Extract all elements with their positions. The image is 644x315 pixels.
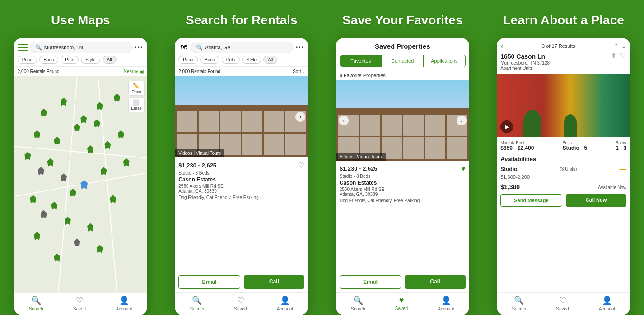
filter-style[interactable]: Style [242,56,261,64]
nav-saved[interactable]: ♥ Saved [395,296,408,311]
map-pin[interactable] [80,115,87,123]
saved-nav-icon: ♥ [399,296,404,305]
panel1-search-bar[interactable]: 🔍 Murfreesboro, TN [30,42,132,53]
map-pin[interactable] [114,93,120,102]
panel2-search-bar[interactable]: 🔍 Atlanta, GA [191,42,293,53]
erase-button[interactable]: ⬜ Erase [128,97,145,112]
property-actions: ⬆ ♡ [611,51,625,60]
sort-button[interactable]: Sort ↕ [293,69,304,74]
email-button-3[interactable]: Email [340,275,401,289]
heart-icon[interactable]: ♡ [619,51,625,60]
more-options-icon[interactable]: ··· [296,43,304,51]
panel1-topbar: 🔍 Murfreesboro, TN ··· [18,42,144,53]
listing-card-3: Videos | Virtual Tours ‹ › $1,230 - 2,62… [336,80,469,292]
map-pin[interactable] [61,98,67,106]
call-button[interactable]: Call [244,275,305,289]
map-pin[interactable] [104,141,111,149]
listing-city: Atlanta, GA, 30339 [178,189,304,194]
map-pin[interactable] [34,130,40,138]
next-image-arrow[interactable]: › [295,112,305,122]
map-pin[interactable] [97,102,103,110]
email-button[interactable]: Email [178,275,240,289]
hamburger-icon[interactable] [18,43,28,51]
panel2-results-count: 2,000 Rentals Found [178,69,220,74]
map-pin[interactable] [54,254,60,262]
map-pin[interactable] [30,195,36,203]
save-heart-icon-3[interactable]: ♥ [461,165,466,173]
map-pin-gray[interactable] [74,238,80,246]
play-button[interactable]: ▶ [500,120,513,133]
map-pin[interactable] [110,195,116,203]
map-pin[interactable] [87,223,93,232]
more-options-icon[interactable]: ··· [135,43,143,51]
filter-price[interactable]: Price [18,56,37,64]
draw-button[interactable]: ✏️ Draw [128,81,145,96]
map-pin[interactable] [74,124,80,132]
listing-price-row-3: $1,230 - 2,625 ♥ [340,165,466,173]
nav-search[interactable]: 🔍 Search [29,296,43,311]
window [425,115,445,136]
map-pin[interactable] [51,202,57,210]
tab-applications[interactable]: Applications [424,55,465,67]
next-image-arrow[interactable]: › [457,116,467,125]
map-pin[interactable] [54,137,60,145]
nav-search[interactable]: 🔍 Search [512,296,526,311]
filter-beds[interactable]: Beds [200,56,219,64]
account-nav-icon: 👤 [119,296,129,306]
map-pin-selected[interactable] [80,180,88,189]
window [264,134,284,155]
filter-all[interactable]: All [263,56,277,64]
nav-account[interactable]: 👤 Account [277,296,293,311]
nav-account[interactable]: 👤 Account [599,296,615,311]
panel4-bottom-nav: 🔍 Search ♡ Saved 👤 Account [497,292,630,315]
send-message-button[interactable]: Send Message [500,194,562,207]
sky [336,80,469,112]
map-pin[interactable] [24,152,31,160]
nav-search-label: Search [29,306,43,311]
listing-info: $1,230 - 2,625 ♡ Studio - 3 Beds Cason E… [175,158,308,273]
road-h1 [15,173,146,197]
prev-result-arrow[interactable]: ⌃ [614,42,619,50]
nearby-link[interactable]: Nearby ▣ [124,69,144,74]
map-pin[interactable] [123,158,130,167]
filter-style[interactable]: Style [81,56,100,64]
map-pin[interactable] [118,130,124,138]
nav-search[interactable]: 🔍 Search [190,296,204,311]
nav-search-label: Search [512,306,526,311]
filter-pets[interactable]: Pets [222,56,240,64]
nav-account[interactable]: 👤 Account [116,296,132,311]
save-heart-icon[interactable]: ♡ [298,161,304,170]
share-icon[interactable]: ⬆ [611,51,616,60]
tab-favorites[interactable]: Favorites [340,55,382,67]
next-result-arrow[interactable]: ⌄ [621,42,626,50]
call-now-button[interactable]: Call Now [566,194,627,207]
map-pin-gray[interactable] [41,210,47,218]
prev-image-arrow[interactable]: ‹ [339,116,349,125]
window [220,111,241,133]
nav-account-label: Account [277,306,293,311]
filter-beds[interactable]: Beds [39,56,59,64]
map-pin[interactable] [70,189,76,197]
back-button[interactable]: ‹ [500,42,503,51]
map-pin[interactable] [41,109,47,117]
nav-saved[interactable]: ♡ Saved [234,296,247,311]
filter-pets[interactable]: Pets [61,56,79,64]
map-pin[interactable] [87,145,93,153]
nav-saved[interactable]: ♡ Saved [73,296,86,311]
nav-search[interactable]: 🔍 Search [351,296,365,311]
map-pin[interactable] [97,245,103,253]
map-toggle-icon[interactable]: 🗺 [178,44,188,51]
call-button-3[interactable]: Call [405,275,466,289]
filter-all[interactable]: All [103,56,117,64]
map-pin[interactable] [47,158,54,167]
map-area[interactable]: ✏️ Draw ⬜ Erase [14,76,147,292]
map-pin-gray[interactable] [61,173,67,181]
map-pin[interactable] [34,232,40,240]
map-pin-gray[interactable] [38,167,44,175]
tab-contacted[interactable]: Contacted [382,55,424,67]
map-pin[interactable] [65,217,71,225]
nav-account[interactable]: 👤 Account [438,296,454,311]
map-pin[interactable] [94,119,100,127]
nav-saved[interactable]: ♡ Saved [556,296,569,311]
filter-price[interactable]: Price [178,56,198,64]
